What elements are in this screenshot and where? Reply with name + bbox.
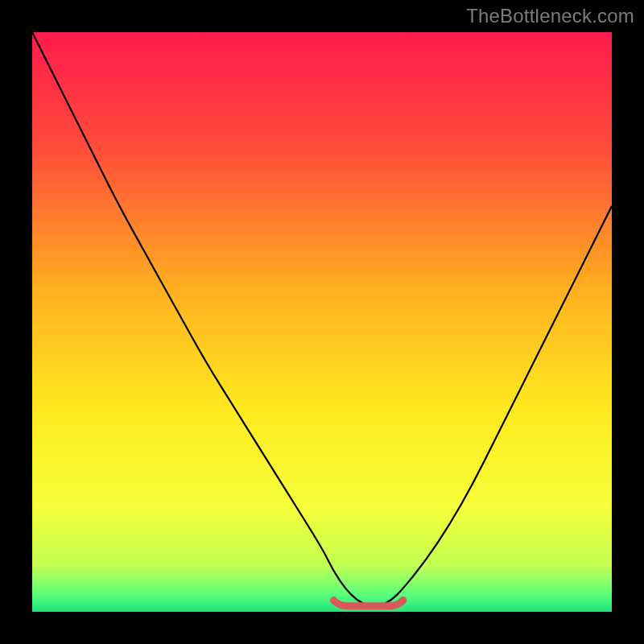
plot-area (32, 32, 612, 612)
chart-frame: TheBottleneck.com (0, 0, 644, 644)
optimal-zone-marker (333, 601, 402, 606)
curve-layer (32, 32, 612, 612)
watermark-text: TheBottleneck.com (466, 5, 634, 27)
bottleneck-curve (32, 32, 612, 606)
